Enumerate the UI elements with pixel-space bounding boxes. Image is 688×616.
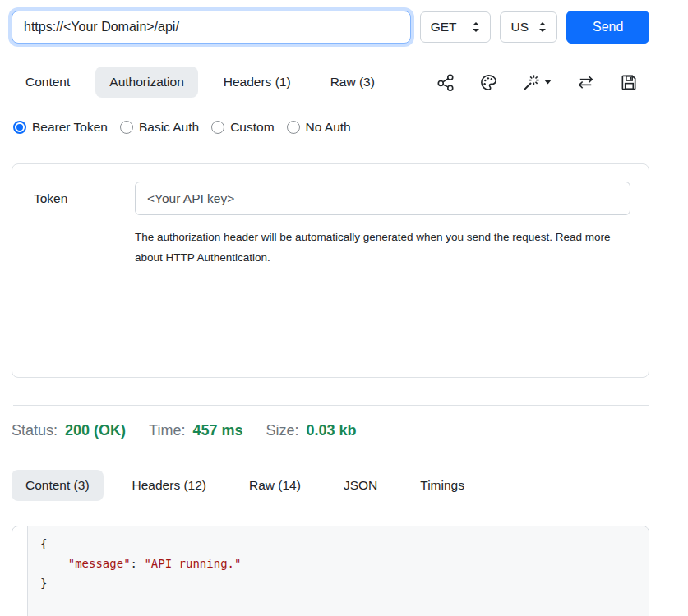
- auth-type-options: Bearer Token Basic Auth Custom No Auth: [13, 120, 649, 135]
- size-pair: Size: 0.03 kb: [266, 422, 356, 439]
- section-divider: [13, 405, 649, 406]
- radio-icon: [120, 121, 133, 134]
- time-label: Time:: [149, 422, 185, 439]
- radio-basic-auth[interactable]: Basic Auth: [120, 120, 199, 135]
- radio-custom[interactable]: Custom: [211, 120, 274, 135]
- response-status-row: Status: 200 (OK) Time: 457 ms Size: 0.03…: [12, 422, 649, 439]
- code-open-brace: {: [40, 537, 47, 550]
- response-body-block: { "message": "API running." }: [12, 526, 649, 616]
- palette-icon[interactable]: [479, 73, 498, 92]
- radio-label: Bearer Token: [32, 120, 108, 135]
- tab-authorization[interactable]: Authorization: [95, 67, 197, 98]
- response-json-code: { "message": "API running." }: [40, 534, 649, 593]
- token-help-text: The authorization header will be automat…: [135, 227, 628, 268]
- send-button[interactable]: Send: [566, 11, 649, 44]
- right-column-divider: [676, 0, 676, 616]
- tab-headers[interactable]: Headers (1): [210, 67, 305, 98]
- resp-tab-timings[interactable]: Timings: [406, 470, 478, 501]
- magic-wand-dropdown-icon[interactable]: [522, 73, 552, 92]
- toolbar-icons: [436, 73, 649, 92]
- radio-label: No Auth: [306, 120, 351, 135]
- radio-bearer-token[interactable]: Bearer Token: [13, 120, 108, 135]
- code-close-brace: }: [40, 577, 47, 590]
- resp-tab-headers[interactable]: Headers (12): [118, 470, 220, 501]
- size-value: 0.03 kb: [307, 422, 357, 439]
- dropdown-caret-icon: [544, 80, 552, 85]
- resp-tab-raw[interactable]: Raw (14): [235, 470, 315, 501]
- status-label: Status:: [12, 422, 58, 439]
- api-client-page: GET US Send Content Authorization Header…: [0, 0, 688, 616]
- radio-icon: [13, 121, 26, 134]
- size-label: Size:: [266, 422, 298, 439]
- code-value: "API running.": [144, 557, 241, 570]
- method-select-value: GET: [431, 20, 457, 34]
- region-select[interactable]: US: [500, 11, 557, 43]
- radio-icon: [211, 121, 224, 134]
- tab-raw[interactable]: Raw (3): [316, 67, 389, 98]
- code-colon: :: [131, 557, 145, 570]
- save-icon[interactable]: [620, 73, 639, 92]
- request-tabs: Content Authorization Headers (1) Raw (3…: [12, 67, 389, 98]
- token-input[interactable]: [135, 182, 630, 215]
- resp-tab-json[interactable]: JSON: [330, 470, 391, 501]
- radio-no-auth[interactable]: No Auth: [287, 120, 351, 135]
- help-line-1: The authorization header will be automat…: [135, 231, 611, 243]
- token-label: Token: [12, 164, 135, 377]
- radio-icon: [287, 121, 300, 134]
- token-card: Token The authorization header will be a…: [12, 163, 649, 378]
- code-key: "message": [68, 557, 131, 570]
- help-line-2: about HTTP Authentication.: [135, 251, 270, 264]
- status-pair: Status: 200 (OK): [12, 422, 126, 439]
- time-value: 457 ms: [192, 422, 242, 439]
- select-updown-icon: [538, 21, 547, 33]
- radio-label: Basic Auth: [139, 120, 199, 135]
- swap-arrows-icon[interactable]: [575, 73, 596, 91]
- url-input[interactable]: [12, 11, 411, 44]
- code-indent: [40, 557, 68, 570]
- tab-content[interactable]: Content: [12, 67, 84, 98]
- method-select[interactable]: GET: [420, 11, 492, 43]
- response-tabs-row: Content (3) Headers (12) Raw (14) JSON T…: [12, 470, 649, 501]
- token-card-main: The authorization header will be automat…: [135, 164, 649, 377]
- response-body-inner: { "message": "API running." }: [27, 526, 649, 616]
- request-bar: GET US Send: [0, 0, 688, 44]
- share-icon[interactable]: [436, 73, 455, 92]
- radio-label: Custom: [230, 120, 274, 135]
- request-tabs-row: Content Authorization Headers (1) Raw (3…: [12, 67, 649, 98]
- select-updown-icon: [472, 21, 480, 33]
- region-select-value: US: [510, 20, 529, 34]
- resp-tab-content[interactable]: Content (3): [12, 470, 104, 501]
- time-pair: Time: 457 ms: [149, 422, 242, 439]
- response-tabs: Content (3) Headers (12) Raw (14) JSON T…: [12, 470, 478, 501]
- status-value: 200 (OK): [65, 422, 126, 439]
